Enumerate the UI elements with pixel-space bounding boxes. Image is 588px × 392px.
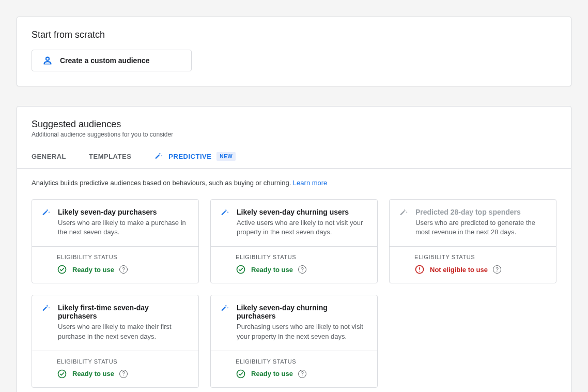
check-circle-icon <box>57 264 67 275</box>
suggested-audiences-panel: Suggested audiences Additional audience … <box>17 106 571 392</box>
audience-card-description: Purchasing users who are likely to not v… <box>237 322 368 341</box>
start-from-scratch-panel: Start from scratch Create a custom audie… <box>17 17 571 86</box>
alert-circle-icon <box>414 264 425 275</box>
suggested-subtitle: Additional audience suggestions for you … <box>32 131 556 138</box>
predictive-body: Analytics builds predictive audiences ba… <box>17 169 571 392</box>
predictive-intro: Analytics builds predictive audiences ba… <box>32 179 556 187</box>
start-from-scratch-title: Start from scratch <box>32 29 556 40</box>
check-circle-icon <box>236 369 246 379</box>
svg-point-5 <box>237 266 245 274</box>
wand-icon <box>220 304 229 341</box>
eligibility-status-label: ELIGIBILITY STATUS <box>236 254 368 260</box>
audience-card-top: Likely seven-day purchasers Users who ar… <box>32 200 198 246</box>
status-text: Ready to use <box>251 370 293 378</box>
svg-rect-12 <box>221 307 226 311</box>
suggested-tabs: GENERAL TEMPLATES PREDICTIVE NEW <box>17 146 571 169</box>
tab-predictive[interactable]: PREDICTIVE NEW <box>154 146 236 168</box>
audience-card-title: Likely seven-day churning purchasers <box>237 304 368 320</box>
audience-card-description: Users who are likely to make their first… <box>58 322 189 341</box>
audience-card[interactable]: Likely first-time seven-day purchasers U… <box>32 295 199 387</box>
eligibility-status-label: ELIGIBILITY STATUS <box>57 254 189 260</box>
audience-card-title: Likely seven-day purchasers <box>58 208 189 216</box>
suggested-header: Suggested audiences Additional audience … <box>17 107 571 138</box>
audience-card-status: ELIGIBILITY STATUS Ready to use ? <box>32 246 198 283</box>
svg-rect-2 <box>42 210 47 215</box>
wand-icon <box>399 208 408 237</box>
audience-card-description: Active users who are likely to not visit… <box>237 218 368 237</box>
tab-predictive-label: PREDICTIVE <box>168 153 211 160</box>
check-circle-icon <box>57 369 67 379</box>
audience-card[interactable]: Likely seven-day churning users Active u… <box>210 199 378 283</box>
predictive-intro-text: Analytics builds predictive audiences ba… <box>32 179 293 187</box>
status-text: Ready to use <box>72 266 114 274</box>
tab-templates[interactable]: TEMPLATES <box>89 147 131 168</box>
svg-rect-9 <box>419 271 420 272</box>
svg-point-11 <box>58 370 66 378</box>
audience-card-top: Likely seven-day churning users Active u… <box>211 200 377 246</box>
svg-point-13 <box>237 370 245 378</box>
wand-icon <box>41 208 51 237</box>
help-icon[interactable]: ? <box>298 370 306 378</box>
help-icon[interactable]: ? <box>298 265 306 274</box>
help-icon[interactable]: ? <box>493 265 501 274</box>
person-icon <box>42 55 53 66</box>
audience-card[interactable]: Predicted 28-day top spenders Users who … <box>389 199 556 283</box>
audience-card-description: Users who are likely to make a purchase … <box>58 218 189 237</box>
svg-rect-10 <box>42 307 47 311</box>
eligibility-status-label: ELIGIBILITY STATUS <box>414 254 547 260</box>
eligibility-status-label: ELIGIBILITY STATUS <box>236 358 368 365</box>
learn-more-link[interactable]: Learn more <box>293 179 327 187</box>
wand-icon <box>41 304 51 341</box>
audience-card-title: Predicted 28-day top spenders <box>415 208 547 216</box>
audience-card[interactable]: Likely seven-day churning purchasers Pur… <box>210 295 378 387</box>
svg-rect-8 <box>419 267 420 270</box>
audience-card-top: Likely seven-day churning purchasers Pur… <box>211 295 377 350</box>
audience-card-top: Predicted 28-day top spenders Users who … <box>390 200 556 246</box>
help-icon[interactable]: ? <box>119 265 128 274</box>
status-text: Not eligible to use <box>430 266 488 274</box>
svg-rect-4 <box>221 210 226 215</box>
suggested-title: Suggested audiences <box>32 119 556 130</box>
wand-icon <box>220 208 229 237</box>
audience-card-title: Likely first-time seven-day purchasers <box>58 304 189 320</box>
svg-point-3 <box>58 266 66 274</box>
audience-card-status: ELIGIBILITY STATUS Ready to use ? <box>211 351 377 387</box>
audience-card-status: ELIGIBILITY STATUS Not eligible to use ? <box>390 246 556 283</box>
wand-icon <box>154 152 163 161</box>
tab-general[interactable]: GENERAL <box>32 147 66 168</box>
eligibility-status-label: ELIGIBILITY STATUS <box>57 358 189 365</box>
check-circle-icon <box>236 264 246 275</box>
status-text: Ready to use <box>251 266 293 274</box>
new-badge: NEW <box>216 152 236 161</box>
create-custom-audience-label: Create a custom audience <box>60 56 150 65</box>
audience-card[interactable]: Likely seven-day purchasers Users who ar… <box>32 199 199 283</box>
status-text: Ready to use <box>72 370 114 378</box>
audience-card-status: ELIGIBILITY STATUS Ready to use ? <box>32 351 198 387</box>
audience-card-top: Likely first-time seven-day purchasers U… <box>32 295 198 350</box>
svg-rect-6 <box>400 210 405 215</box>
audience-card-status: ELIGIBILITY STATUS Ready to use ? <box>211 246 377 283</box>
help-icon[interactable]: ? <box>119 370 128 378</box>
audience-card-description: Users who are predicted to generate the … <box>415 218 547 237</box>
audience-card-title: Likely seven-day churning users <box>237 208 368 216</box>
audience-cards-grid: Likely seven-day purchasers Users who ar… <box>32 199 556 388</box>
create-custom-audience-button[interactable]: Create a custom audience <box>32 50 192 71</box>
svg-rect-1 <box>156 154 160 159</box>
